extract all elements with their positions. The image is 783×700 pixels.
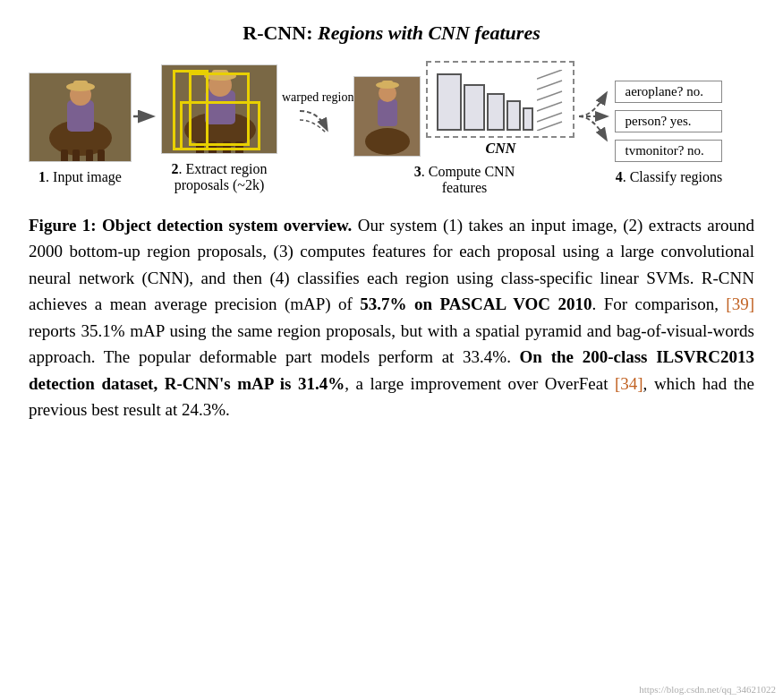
arrow1-svg <box>132 103 157 130</box>
svg-line-32 <box>537 122 562 131</box>
figure-label: Figure 1: Object detection system overvi… <box>29 216 352 235</box>
warped-label: warped region <box>282 90 353 105</box>
figure-caption: Figure 1: Object detection system overvi… <box>29 212 754 423</box>
svg-line-31 <box>537 113 562 122</box>
caption-body2: . For comparison, <box>592 295 726 313</box>
classify-item-1: person? yes. <box>615 110 722 132</box>
svg-rect-8 <box>86 149 93 162</box>
classify-arrow-block <box>574 81 615 177</box>
arrow1 <box>132 103 157 155</box>
svg-rect-5 <box>73 81 88 90</box>
svg-line-28 <box>537 81 562 90</box>
step4-label: 4. Classify regions <box>616 169 723 185</box>
classify-item-2: tvmonitor? no. <box>615 140 722 162</box>
layer5 <box>523 107 533 131</box>
layer3 <box>487 93 505 131</box>
cnn-label: CNN <box>486 141 516 157</box>
step4-block: aeroplane? no. person? yes. tvmonitor? n… <box>615 72 722 185</box>
svg-rect-23 <box>378 99 397 126</box>
svg-rect-9 <box>98 149 105 162</box>
classify-arrow-svg <box>574 81 615 152</box>
step1-label: 1. Input image <box>38 169 122 185</box>
svg-line-29 <box>537 91 562 100</box>
svg-rect-7 <box>72 149 80 162</box>
cnn-layers <box>426 61 574 138</box>
caption-highlight1: 53.7% on PASCAL VOC 2010 <box>360 295 592 313</box>
bbox3 <box>180 101 260 150</box>
layer2 <box>464 84 485 131</box>
filter-lines-svg <box>537 70 564 131</box>
title-italic: Regions with CNN features <box>318 21 540 44</box>
input-image <box>29 73 132 162</box>
classify-container: aeroplane? no. person? yes. tvmonitor? n… <box>615 81 722 162</box>
warped-svg <box>354 77 421 157</box>
step3-block: CNN 3. Compute CNN features <box>353 61 574 196</box>
svg-rect-26 <box>382 81 393 87</box>
caption-ref1: [39] <box>726 295 754 313</box>
warped-image <box>353 76 421 157</box>
title-main: R-CNN: <box>243 21 318 44</box>
warped-arrow-block: warped region <box>282 90 353 167</box>
classify-item-0: aeroplane? no. <box>615 81 722 103</box>
caption-ref2: [34] <box>615 374 643 393</box>
svg-line-27 <box>537 70 562 79</box>
caption-body4: , a large improvement over OverFeat <box>345 374 615 393</box>
step2-label: 2. Extract region proposals (~2k) <box>157 161 282 193</box>
cnn-visual: CNN <box>426 61 574 157</box>
caption-bold-start: On the 200-class <box>520 347 657 366</box>
svg-point-22 <box>365 128 410 155</box>
proposals-image <box>161 64 277 154</box>
svg-rect-6 <box>61 149 68 162</box>
step1-block: 1. Input image <box>29 73 132 185</box>
input-image-svg <box>30 73 132 162</box>
warped-arrow-svg <box>295 107 340 142</box>
diagram-area: 1. Input image <box>29 61 754 196</box>
watermark: https://blog.csdn.net/qq_34621022 <box>639 684 776 695</box>
layer1 <box>437 73 462 131</box>
svg-line-30 <box>537 102 562 111</box>
step3-label: 3. Compute CNN features <box>406 164 523 196</box>
layer4 <box>506 100 521 131</box>
step2-block: 2. Extract region proposals (~2k) <box>157 64 282 193</box>
main-title: R-CNN: Regions with CNN features <box>29 21 754 45</box>
cnn-group: CNN <box>353 61 574 157</box>
